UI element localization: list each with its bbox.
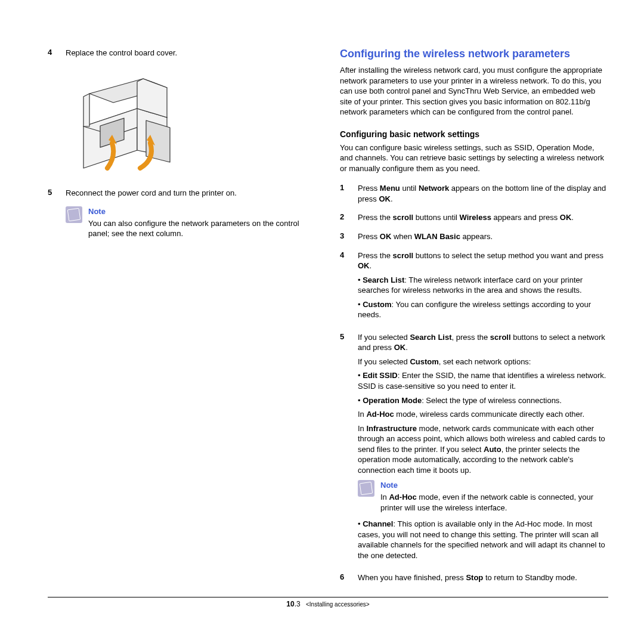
step-1: 1 Press Menu until Network appears on th… [340, 183, 608, 204]
note-label: Note [88, 206, 316, 217]
step-text: When you have finished, press Stop to re… [358, 572, 608, 583]
step-number: 3 [340, 231, 351, 242]
page-body: 4 Replace the control board cover. [0, 0, 644, 592]
step-number: 5 [340, 332, 351, 564]
step-text: Press the scroll buttons to select the s… [358, 250, 608, 324]
section-intro: After installing the wireless network ca… [340, 65, 608, 117]
section-title: Configuring the wireless network paramet… [340, 48, 608, 60]
svg-marker-4 [83, 94, 89, 126]
step-number: 6 [340, 572, 351, 583]
step-number: 1 [340, 183, 351, 204]
subsection-title: Configuring basic network settings [340, 129, 608, 139]
step-4r: 4 Press the scroll buttons to select the… [340, 250, 608, 324]
step-5r: 5 If you selected Search List, press the… [340, 332, 608, 564]
step-4: 4 Replace the control board cover. [48, 48, 316, 58]
note-icon [358, 480, 374, 497]
step-text: Reconnect the power cord and turn the pr… [66, 188, 316, 199]
bullet-custom: • Custom: You can configure the wireless… [358, 299, 608, 320]
step-5: 5 Reconnect the power cord and turn the … [48, 188, 316, 199]
step-number: 4 [48, 48, 58, 58]
para-infrastructure: In Infrastructure mode, network cards co… [358, 423, 608, 476]
step-text: Press OK when WLAN Basic appears. [358, 231, 608, 242]
step-number: 4 [340, 250, 351, 324]
bullet-channel: • Channel: This option is available only… [358, 519, 608, 561]
right-column: Configuring the wireless network paramet… [340, 48, 608, 592]
step-text: If you selected Search List, press the s… [358, 332, 608, 564]
step-text: Replace the control board cover. [66, 48, 316, 58]
page-footer: 10.3 <Installing accessories> [48, 597, 608, 608]
step-6: 6 When you have finished, press Stop to … [340, 572, 608, 583]
step-number: 5 [48, 188, 58, 199]
page-footer-label: <Installing accessories> [306, 601, 370, 608]
page-number-sub: .3 [295, 600, 301, 608]
note-label: Note [380, 480, 608, 491]
printer-illustration [66, 73, 185, 174]
note-body: Note In Ad-Hoc mode, even if the network… [380, 480, 608, 513]
left-column: 4 Replace the control board cover. [48, 48, 316, 592]
note-icon [66, 206, 82, 223]
note-block-inner: Note In Ad-Hoc mode, even if the network… [358, 480, 608, 513]
note-text: In Ad-Hoc mode, even if the network cabl… [380, 492, 608, 513]
step-2: 2 Press the scroll buttons until Wireles… [340, 212, 608, 223]
note-block: Note You can also configure the network … [66, 206, 316, 239]
bullet-edit-ssid: • Edit SSID: Enter the SSID, the name th… [358, 370, 608, 391]
bullet-search-list: • Search List: The wireless network inte… [358, 275, 608, 296]
step-3: 3 Press OK when WLAN Basic appears. [340, 231, 608, 242]
para-adhoc: In Ad-Hoc mode, wireless cards communica… [358, 409, 608, 420]
para-custom: If you selected Custom, set each network… [358, 357, 608, 367]
subsection-intro: You can configure basic wireless setting… [340, 143, 608, 174]
step-text: Press Menu until Network appears on the … [358, 183, 608, 204]
note-text: You can also configure the network param… [88, 218, 316, 239]
note-body: Note You can also configure the network … [88, 206, 316, 239]
bullet-operation-mode: • Operation Mode: Select the type of wir… [358, 395, 608, 406]
step-text: Press the scroll buttons until Wireless … [358, 212, 608, 223]
step-number: 2 [340, 212, 351, 223]
page-number-chapter: 10 [286, 600, 294, 608]
